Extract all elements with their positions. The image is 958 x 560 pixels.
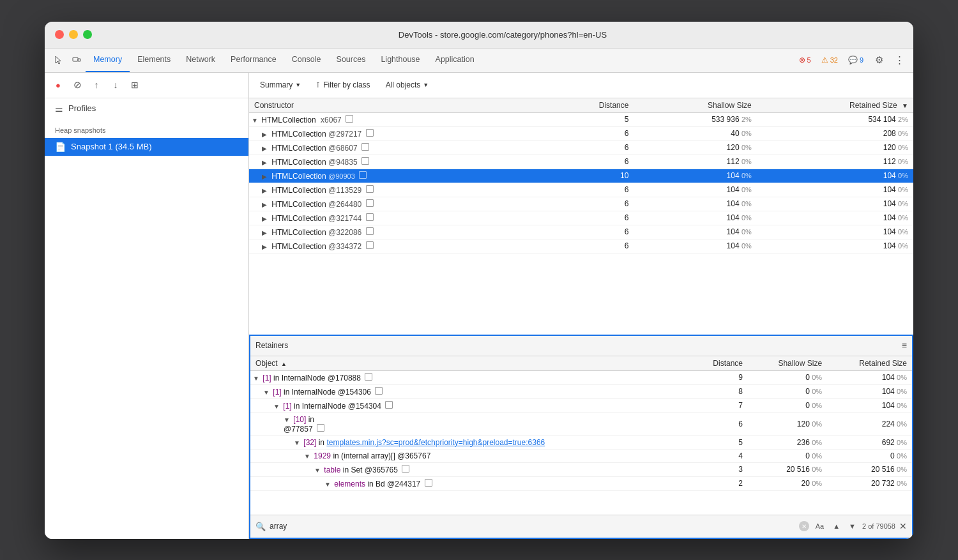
search-close-button[interactable]: ✕ xyxy=(899,521,907,531)
expand-arrow-icon[interactable]: ▼ xyxy=(314,467,322,474)
expand-arrow-icon[interactable]: ▶ xyxy=(262,145,270,152)
tab-memory[interactable]: Memory xyxy=(86,48,130,72)
list-item[interactable]: ▼ 1929 in (internal array)[] @365767 4 0… xyxy=(250,449,912,462)
ret-retained-header[interactable]: Retained Size xyxy=(827,356,912,371)
minimize-button[interactable] xyxy=(69,30,78,39)
constructor-cell[interactable]: ▼ HTMLCollection x6067 xyxy=(249,112,543,126)
constructor-cell[interactable]: ▶ HTMLCollection @264480 xyxy=(249,197,543,211)
constructor-header[interactable]: Constructor xyxy=(249,98,543,113)
list-item[interactable]: ▼ [1] in InternalNode @170888 9 0 0% 104… xyxy=(250,370,912,384)
close-button[interactable] xyxy=(55,30,64,39)
snapshot-item[interactable]: 📄 Snapshot 1 (34.5 MB) xyxy=(45,138,248,156)
window-title: DevTools - store.google.com/category/pho… xyxy=(102,30,903,40)
filter-by-class-button[interactable]: ⊺ Filter by class xyxy=(309,78,377,92)
expand-arrow-icon[interactable]: ▶ xyxy=(262,131,270,138)
table-row[interactable]: ▶ HTMLCollection @113529 6 104 0% 104 0% xyxy=(249,183,913,197)
ret-object-cell[interactable]: ▼ table in Set @365765 xyxy=(250,462,689,476)
list-item[interactable]: ▼ table in Set @365765 3 20 516 0% 20 51… xyxy=(250,462,912,476)
search-input[interactable] xyxy=(270,522,795,531)
expand-arrow-icon[interactable]: ▶ xyxy=(262,215,270,222)
list-item[interactable]: ▼ elements in Bd @244317 2 20 0% 20 732 … xyxy=(250,476,912,490)
shallow-size-header[interactable]: Shallow Size xyxy=(634,98,756,113)
maximize-button[interactable] xyxy=(83,30,92,39)
tab-console[interactable]: Console xyxy=(284,48,329,72)
tab-application[interactable]: Application xyxy=(428,48,482,72)
table-row[interactable]: ▶ HTMLCollection @322086 6 104 0% 104 0% xyxy=(249,225,913,239)
ret-object-header[interactable]: Object ▲ xyxy=(250,356,689,371)
constructor-cell[interactable]: ▶ HTMLCollection @334372 xyxy=(249,239,543,253)
search-next-button[interactable]: ▼ xyxy=(846,521,858,531)
table-row[interactable]: ▶ HTMLCollection @334372 6 104 0% 104 0% xyxy=(249,239,913,253)
cursor-icon[interactable] xyxy=(50,51,68,69)
ret-distance-header[interactable]: Distance xyxy=(689,356,748,371)
tab-sources[interactable]: Sources xyxy=(329,48,374,72)
ret-object-cell[interactable]: ▼ [10] in @77857 xyxy=(250,412,689,435)
ret-object-cell[interactable]: ▼ [1] in InternalNode @154304 xyxy=(250,398,689,412)
table-row[interactable]: ▶ HTMLCollection @90903 10 104 0% 104 0% xyxy=(249,169,913,183)
constructor-cell[interactable]: ▶ HTMLCollection @113529 xyxy=(249,183,543,197)
expand-arrow-icon[interactable]: ▶ xyxy=(262,243,270,250)
expand-arrow-icon[interactable]: ▶ xyxy=(262,201,270,208)
ret-shallow-header[interactable]: Shallow Size xyxy=(748,356,827,371)
distance-cell: 6 xyxy=(543,225,634,239)
tab-network[interactable]: Network xyxy=(178,48,223,72)
search-prev-button[interactable]: ▲ xyxy=(830,521,842,531)
list-item[interactable]: ▼ [1] in InternalNode @154306 8 0 0% 104… xyxy=(250,384,912,398)
list-item[interactable]: ▼ [10] in @77857 6 120 0% 224 0% xyxy=(250,412,912,435)
constructor-cell[interactable]: ▶ HTMLCollection @297217 xyxy=(249,126,543,140)
summary-dropdown[interactable]: Summary ▼ xyxy=(254,78,307,92)
record-icon[interactable]: ● xyxy=(50,77,66,93)
expand-arrow-icon[interactable]: ▼ xyxy=(263,389,271,396)
ret-object-cell[interactable]: ▼ elements in Bd @244317 xyxy=(250,476,689,490)
distance-cell: 6 xyxy=(543,140,634,155)
table-row[interactable]: ▶ HTMLCollection @264480 6 104 0% 104 0% xyxy=(249,197,913,211)
ret-object-cell[interactable]: ▼ [1] in InternalNode @154306 xyxy=(250,384,689,398)
expand-arrow-icon[interactable]: ▶ xyxy=(262,159,270,166)
stop-icon[interactable]: ⊘ xyxy=(69,77,86,93)
table-row[interactable]: ▼ HTMLCollection x6067 5 533 936 2% 534 … xyxy=(249,112,913,126)
ret-object-cell[interactable]: ▼ 1929 in (internal array)[] @365767 xyxy=(250,449,689,462)
constructor-cell[interactable]: ▶ HTMLCollection @322086 xyxy=(249,225,543,239)
collect-garbage-icon[interactable]: ⊞ xyxy=(126,77,143,93)
settings-icon[interactable]: ⚙ xyxy=(870,51,888,69)
list-item[interactable]: ▼ [1] in InternalNode @154304 7 0 0% 104… xyxy=(250,398,912,412)
expand-arrow-icon[interactable]: ▼ xyxy=(273,403,281,410)
constructor-cell[interactable]: ▶ HTMLCollection @321744 xyxy=(249,211,543,225)
table-row[interactable]: ▶ HTMLCollection @94835 6 112 0% 112 0% xyxy=(249,155,913,169)
expand-arrow-icon[interactable]: ▼ xyxy=(284,416,291,423)
device-toggle-icon[interactable] xyxy=(68,51,86,69)
heap-table-container[interactable]: Constructor Distance Shallow Size Retain… xyxy=(249,98,913,335)
tab-lighthouse[interactable]: Lighthouse xyxy=(373,48,427,72)
expand-arrow-icon[interactable]: ▶ xyxy=(262,229,270,236)
expand-arrow-icon[interactable]: ▼ xyxy=(294,439,301,446)
expand-arrow-icon[interactable]: ▶ xyxy=(262,187,270,194)
retained-size-header[interactable]: Retained Size ▼ xyxy=(757,98,913,113)
source-link[interactable]: templates.min.js?sc=prod&fetchpriority=h… xyxy=(326,438,545,447)
table-row[interactable]: ▶ HTMLCollection @68607 6 120 0% 120 0% xyxy=(249,140,913,155)
expand-arrow-icon[interactable]: ▼ xyxy=(253,375,261,382)
all-objects-dropdown[interactable]: All objects ▼ xyxy=(380,78,435,92)
retainers-options-icon[interactable]: ≡ xyxy=(902,340,907,351)
list-item[interactable]: ▼ [32] in templates.min.js?sc=prod&fetch… xyxy=(250,435,912,449)
expand-arrow-icon[interactable]: ▶ xyxy=(262,173,270,180)
upload-icon[interactable]: ↑ xyxy=(88,77,105,93)
tab-performance[interactable]: Performance xyxy=(223,48,284,72)
constructor-cell[interactable]: ▶ HTMLCollection @94835 xyxy=(249,155,543,169)
case-sensitive-toggle[interactable]: Aa xyxy=(813,521,826,531)
ret-object-cell[interactable]: ▼ [32] in templates.min.js?sc=prod&fetch… xyxy=(250,435,689,449)
more-options-icon[interactable]: ⋮ xyxy=(890,51,908,69)
search-clear-button[interactable]: ✕ xyxy=(799,521,809,531)
download-icon[interactable]: ↓ xyxy=(107,77,124,93)
ret-object-cell[interactable]: ▼ [1] in InternalNode @170888 xyxy=(250,370,689,384)
table-row[interactable]: ▶ HTMLCollection @321744 6 104 0% 104 0% xyxy=(249,211,913,225)
expand-arrow-icon[interactable]: ▼ xyxy=(304,453,312,460)
traffic-lights xyxy=(55,30,92,39)
distance-header[interactable]: Distance xyxy=(543,98,634,113)
retainers-table-wrap[interactable]: Object ▲ Distance Shallow Size Retained … xyxy=(250,356,912,515)
constructor-cell[interactable]: ▶ HTMLCollection @68607 xyxy=(249,140,543,155)
table-row[interactable]: ▶ HTMLCollection @297217 6 40 0% 208 0% xyxy=(249,126,913,140)
expand-arrow-icon[interactable]: ▼ xyxy=(324,481,332,488)
expand-arrow-icon[interactable]: ▼ xyxy=(252,117,259,124)
tab-elements[interactable]: Elements xyxy=(130,48,178,72)
constructor-cell[interactable]: ▶ HTMLCollection @90903 xyxy=(249,169,543,183)
